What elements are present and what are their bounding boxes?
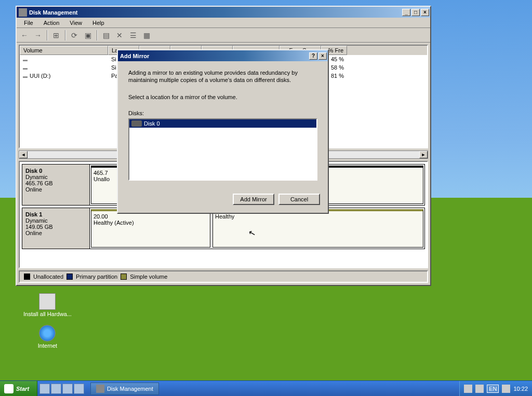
forward-button[interactable]: →: [32, 30, 44, 41]
delete-icon[interactable]: ✕: [114, 30, 125, 41]
toolbar-icon[interactable]: ▣: [82, 30, 94, 41]
menubar: File Action View Help: [17, 18, 430, 28]
scroll-right-icon[interactable]: ►: [419, 151, 428, 158]
col-volume[interactable]: Volume: [20, 46, 108, 55]
tray-icon[interactable]: [502, 385, 510, 393]
tray-icon[interactable]: [464, 385, 472, 393]
minimize-button[interactable]: _: [402, 9, 410, 16]
help-button[interactable]: ?: [309, 52, 317, 60]
legend-swatch-simple: [121, 274, 127, 280]
menu-action[interactable]: Action: [38, 19, 65, 27]
disk-label: Disk 1 Dynamic 149.05 GB Online: [22, 208, 90, 249]
hardware-icon: [39, 293, 56, 310]
menu-view[interactable]: View: [64, 19, 87, 27]
window-title: Disk Management: [29, 9, 402, 16]
taskbar-app-disk-management[interactable]: Disk Management: [90, 383, 159, 395]
disk-label: Disk 0 Dynamic 465.76 GB Online: [22, 165, 90, 205]
back-button[interactable]: ←: [19, 30, 30, 41]
disks-label: Disks:: [128, 110, 317, 116]
add-mirror-button[interactable]: Add Mirror: [233, 194, 274, 205]
legend-swatch-primary: [66, 274, 73, 280]
desktop-icon-internet[interactable]: Internet: [23, 325, 72, 349]
quicklaunch-icon[interactable]: [51, 384, 61, 394]
legend: Unallocated Primary partition Simple vol…: [19, 270, 428, 283]
quicklaunch-icon[interactable]: [62, 384, 73, 394]
add-mirror-dialog: Add Mirror ? × Adding a mirror to an exi…: [117, 49, 329, 214]
dialog-prompt: Select a location for a mirror of the vo…: [128, 93, 317, 101]
disk-row[interactable]: Disk 1 Dynamic 149.05 GB Online 20.00 He…: [22, 208, 425, 249]
app-icon: [19, 8, 27, 17]
toolbar: ← → ⊞ ⟳ ▣ ▤ ✕ ☰ ▦: [17, 28, 430, 43]
disk-option[interactable]: Disk 0: [129, 119, 316, 128]
system-tray: EN 10:22: [459, 381, 532, 396]
internet-explorer-icon: [39, 325, 56, 342]
refresh-button[interactable]: ⟳: [69, 30, 80, 41]
toolbar-icon[interactable]: ▦: [141, 30, 152, 41]
disk-select-list[interactable]: Disk 0: [128, 118, 317, 181]
properties-icon[interactable]: ☰: [127, 30, 139, 41]
up-button[interactable]: ⊞: [50, 30, 62, 41]
taskbar: Start Disk Management EN 10:22: [0, 380, 532, 396]
partition[interactable]: 20.00 Healthy (Active): [91, 209, 210, 248]
menu-file[interactable]: File: [19, 19, 38, 27]
quicklaunch-icon[interactable]: [39, 384, 50, 394]
language-indicator[interactable]: EN: [487, 385, 499, 393]
close-button[interactable]: ×: [318, 52, 327, 60]
start-button[interactable]: Start: [0, 381, 37, 396]
toolbar-icon[interactable]: ▤: [100, 30, 112, 41]
desktop-icon-install-hardware[interactable]: Install all Hardwa...: [23, 293, 72, 317]
dialog-titlebar[interactable]: Add Mirror ? ×: [118, 50, 328, 61]
menu-help[interactable]: Help: [87, 19, 110, 27]
partition[interactable]: Healthy: [212, 209, 423, 248]
dialog-description: Adding a mirror to an existing volume pr…: [128, 69, 317, 84]
dialog-title: Add Mirror: [120, 53, 309, 59]
maximize-button[interactable]: □: [411, 9, 420, 16]
clock[interactable]: 10:22: [513, 386, 528, 392]
main-titlebar[interactable]: Disk Management _ □ ×: [17, 7, 430, 18]
close-button[interactable]: ×: [421, 9, 429, 16]
cancel-button[interactable]: Cancel: [278, 194, 320, 205]
legend-swatch-unallocated: [24, 274, 30, 280]
scroll-left-icon[interactable]: ◄: [19, 151, 28, 158]
tray-icon[interactable]: [475, 385, 484, 393]
quicklaunch-icon[interactable]: [74, 384, 84, 394]
